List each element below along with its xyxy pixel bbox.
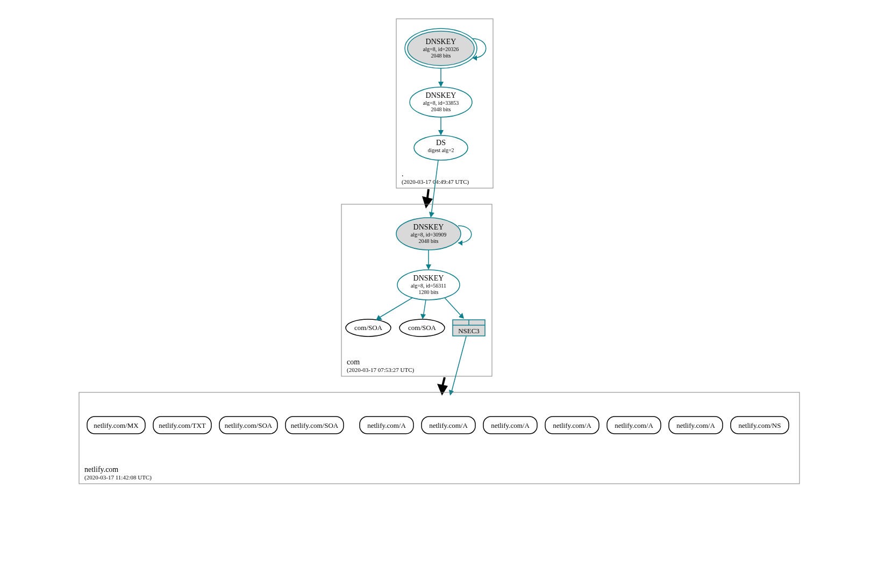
svg-text:DS: DS xyxy=(436,139,446,147)
svg-text:netlify.com/A: netlify.com/A xyxy=(491,421,530,429)
svg-marker-17 xyxy=(429,212,434,218)
svg-text:2048 bits: 2048 bits xyxy=(431,53,451,59)
com-to-netlify-arrows xyxy=(437,336,466,396)
svg-text:netlify.com/A: netlify.com/A xyxy=(553,421,591,429)
netlify-rr-4: netlify.com/A xyxy=(360,417,413,434)
zone-root-label: . xyxy=(402,170,404,178)
com-ksk-node: DNSKEY alg=8, id=30909 2048 bits xyxy=(396,218,461,250)
svg-text:DNSKEY: DNSKEY xyxy=(425,91,456,99)
svg-text:netlify.com/A: netlify.com/A xyxy=(429,421,468,429)
dnssec-diagram: . (2020-03-17 04:49:47 UTC) DNSKEY alg=8… xyxy=(74,11,805,527)
netlify-rr-3: netlify.com/SOA xyxy=(285,417,344,434)
svg-text:netlify.com/NS: netlify.com/NS xyxy=(738,421,781,429)
svg-text:netlify.com/A: netlify.com/A xyxy=(676,421,715,429)
svg-marker-37 xyxy=(376,315,382,320)
zone-com-timestamp: (2020-03-17 07:53:27 UTC) xyxy=(347,367,415,374)
svg-text:netlify.com/A: netlify.com/A xyxy=(367,421,406,429)
svg-text:alg=8, id=56311: alg=8, id=56311 xyxy=(411,283,446,289)
svg-text:NSEC3: NSEC3 xyxy=(458,327,480,335)
svg-text:netlify.com/TXT: netlify.com/TXT xyxy=(159,421,206,429)
zone-com: com (2020-03-17 07:53:27 UTC) DNSKEY alg… xyxy=(341,204,492,376)
zone-netlify-timestamp: (2020-03-17 11:42:08 UTC) xyxy=(84,474,152,481)
svg-text:com/SOA: com/SOA xyxy=(408,324,437,332)
netlify-rr-1: netlify.com/TXT xyxy=(153,417,211,434)
svg-text:DNSKEY: DNSKEY xyxy=(413,274,444,282)
netlify-rr-10: netlify.com/NS xyxy=(731,417,789,434)
svg-text:2048 bits: 2048 bits xyxy=(418,238,438,244)
netlify-rr-8: netlify.com/A xyxy=(607,417,661,434)
svg-text:DNSKEY: DNSKEY xyxy=(413,223,444,231)
svg-text:alg=8, id=20326: alg=8, id=20326 xyxy=(423,46,458,52)
svg-marker-15 xyxy=(438,130,444,135)
svg-text:alg=8, id=33853: alg=8, id=33853 xyxy=(423,100,458,106)
zone-com-label: com xyxy=(347,358,360,366)
svg-marker-23 xyxy=(458,240,462,246)
netlify-rr-0: netlify.com/MX xyxy=(87,417,145,434)
root-zsk-node: DNSKEY alg=8, id=33853 2048 bits xyxy=(410,87,472,117)
svg-marker-14 xyxy=(438,82,444,87)
zone-root: . (2020-03-17 04:49:47 UTC) DNSKEY alg=8… xyxy=(396,19,493,188)
svg-text:netlify.com/MX: netlify.com/MX xyxy=(94,421,139,429)
root-to-com-arrows xyxy=(422,160,438,218)
zone-netlify: netlify.com (2020-03-17 11:42:08 UTC) ne… xyxy=(79,392,800,484)
netlify-rr-2: netlify.com/SOA xyxy=(219,417,277,434)
svg-text:netlify.com/SOA: netlify.com/SOA xyxy=(290,421,338,429)
netlify-rr-6: netlify.com/A xyxy=(483,417,537,434)
com-soa-1: com/SOA xyxy=(346,319,391,336)
com-zsk-node: DNSKEY alg=8, id=56311 1280 bits xyxy=(397,270,460,300)
root-ksk-node: DNSKEY alg=8, id=20326 2048 bits xyxy=(405,28,477,68)
zone-netlify-label: netlify.com xyxy=(84,465,118,474)
svg-marker-6 xyxy=(473,55,477,61)
svg-marker-28 xyxy=(426,264,431,270)
svg-text:netlify.com/A: netlify.com/A xyxy=(615,421,653,429)
svg-text:netlify.com/SOA: netlify.com/SOA xyxy=(224,421,272,429)
netlify-rr-9: netlify.com/A xyxy=(669,417,723,434)
svg-text:alg=8, id=30909: alg=8, id=30909 xyxy=(410,232,446,238)
root-ds-node: DS digest alg=2 xyxy=(414,135,468,160)
svg-rect-42 xyxy=(79,392,800,484)
svg-marker-38 xyxy=(420,314,426,319)
com-nsec3-node: NSEC3 xyxy=(453,320,485,336)
svg-text:1280 bits: 1280 bits xyxy=(418,289,438,295)
svg-text:com/SOA: com/SOA xyxy=(354,324,383,332)
netlify-rr-7: netlify.com/A xyxy=(545,417,599,434)
svg-text:DNSKEY: DNSKEY xyxy=(425,38,456,46)
svg-marker-16 xyxy=(422,196,433,209)
netlify-rr-5: netlify.com/A xyxy=(422,417,475,434)
svg-text:2048 bits: 2048 bits xyxy=(431,106,451,112)
com-soa-2: com/SOA xyxy=(399,319,445,336)
svg-text:digest alg=2: digest alg=2 xyxy=(427,147,454,153)
